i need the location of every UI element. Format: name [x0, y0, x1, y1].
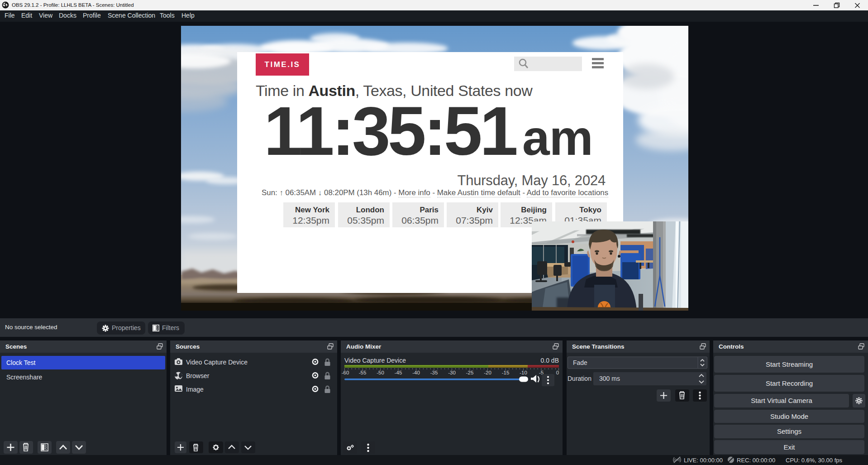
svg-text:-40: -40 — [412, 370, 420, 375]
svg-text:Fade: Fade — [573, 359, 587, 366]
svg-text:-15: -15 — [502, 370, 510, 375]
svg-text:Video Capture Device: Video Capture Device — [344, 357, 406, 364]
svg-text:Video Capture Device: Video Capture Device — [186, 359, 248, 366]
svg-text:-60: -60 — [342, 370, 349, 375]
svg-text:-35: -35 — [430, 370, 438, 375]
svg-text:LIVE: 00:00:00: LIVE: 00:00:00 — [684, 457, 723, 464]
svg-text:300 ms: 300 ms — [599, 375, 620, 382]
svg-text:0.0 dB: 0.0 dB — [541, 357, 559, 364]
svg-text:CPU: 0.6%, 30.00 fps: CPU: 0.6%, 30.00 fps — [786, 457, 843, 464]
svg-text:-25: -25 — [466, 370, 474, 375]
svg-text:-10: -10 — [520, 370, 527, 375]
svg-text:-20: -20 — [484, 370, 491, 375]
svg-text:-45: -45 — [395, 370, 402, 375]
svg-text:0: 0 — [556, 370, 559, 375]
svg-text:REC: 00:00:00: REC: 00:00:00 — [737, 457, 775, 464]
svg-text:-55: -55 — [359, 370, 367, 375]
svg-text:Browser: Browser — [186, 372, 210, 379]
svg-text:-50: -50 — [377, 370, 384, 375]
svg-text:-30: -30 — [448, 370, 456, 375]
svg-text:Image: Image — [186, 386, 204, 393]
svg-text:Duration: Duration — [568, 375, 591, 382]
